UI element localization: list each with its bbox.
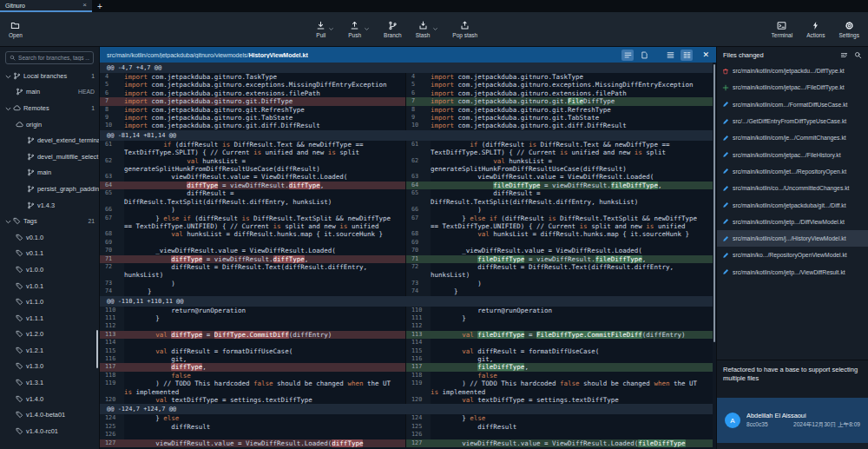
diff-scrollbar[interactable] [713, 63, 716, 449]
sidebar-item-tags[interactable]: Tags21 [0, 213, 99, 229]
pull-dropdown-chevron[interactable] [328, 26, 334, 32]
diff-line-69: 6969 [100, 239, 713, 247]
push-dropdown-chevron[interactable] [364, 26, 370, 32]
commit-author-card[interactable]: A Abdelilah El Aissaoui 8cc0c35 2024年12月… [717, 398, 868, 443]
terminal-button[interactable]: Terminal [772, 21, 793, 38]
sidebar-item-v1-4-0-beta01[interactable]: v1.4.0-beta01 [0, 406, 99, 423]
line-number: 71 [406, 255, 431, 263]
unified-view-toggle[interactable] [664, 50, 676, 61]
code-line: import com.jetpackduba.gitnuro.TaskType [124, 73, 405, 81]
plus-icon [722, 84, 729, 91]
sidebar-item-v1-4-3[interactable]: v1.4.3 [0, 197, 99, 214]
settings-button[interactable]: Settings [839, 21, 860, 38]
tab-close-icon[interactable]: × [82, 2, 87, 9]
sidebar-item-main[interactable]: mainHEAD [0, 84, 99, 101]
sidebar-item-local-branches[interactable]: Local branches1 [0, 68, 99, 84]
file-item[interactable]: src/main/kotlin/com/jetpackduba/git.../D… [717, 196, 868, 213]
sidebar-item-v1-4-0-rc01[interactable]: v1.4.0-rc01 [0, 423, 99, 439]
sidebar-item-persist-graph-paddin[interactable]: persist_graph_paddin [0, 181, 99, 197]
tag-icon [16, 330, 23, 338]
open-button[interactable]: Open [9, 21, 23, 38]
pop-stash-button[interactable]: Pop stash [452, 21, 477, 38]
item-count: 1 [91, 73, 95, 79]
pencil-icon [722, 268, 729, 275]
file-item[interactable]: src/main/kotlin/com/jet.../RepositoryOpe… [717, 163, 868, 180]
code-line [431, 339, 713, 347]
line-number: 69 [100, 239, 124, 247]
tab-title: Gitnuro [5, 3, 25, 9]
sidebar-item-v1-1-1[interactable]: v1.1.1 [0, 310, 99, 327]
file-item[interactable]: src/main/ko.../RepositoryOpenViewModel.k… [717, 247, 868, 263]
diff-scrollbar-thumb[interactable] [713, 64, 715, 342]
sidebar-item-v1-4-0[interactable]: v1.4.0 [0, 391, 99, 407]
line-number: 120 [100, 396, 124, 404]
file-item[interactable]: src/main/kotlin/com/jetp.../ViewDiffResu… [717, 264, 868, 281]
file-item[interactable]: src/.../GetDiffEntryFromDiffTypeUseCase.… [717, 113, 868, 129]
stash-dropdown-chevron[interactable] [432, 26, 438, 32]
sidebar-item-label: main [26, 88, 40, 96]
sidebar-item-v1-1-0[interactable]: v1.1.0 [0, 294, 99, 310]
file-item[interactable]: src/main/kotlin/com/jetpac.../FileDiffTy… [717, 79, 868, 96]
file-item[interactable]: src/main/kotlin/com/jetp.../DiffViewMode… [717, 214, 868, 230]
new-tab-button[interactable]: + [92, 0, 108, 12]
sidebar-item-devel-multifile-select[interactable]: devel_multifile_select [0, 149, 99, 165]
sidebar-item-v0-1-0[interactable]: v0.1.0 [0, 229, 99, 246]
diff-line-118: 118 false118 false [100, 372, 713, 380]
diff-line-115: 115 val diffResult = formatDiffUseCase(1… [100, 347, 713, 355]
diff-line-113: 113 val diffType = DiffType.CommitDiff(d… [100, 331, 713, 339]
sidebar-item-label: v1.4.0-beta01 [26, 411, 65, 419]
search-icon [854, 51, 862, 59]
hunk-header: @@ -110,11 +110,11 @@ [100, 296, 713, 307]
pull-button[interactable]: Pull [316, 21, 326, 38]
diff-format-icon [840, 51, 848, 59]
stash-button[interactable]: Stash [416, 21, 431, 38]
hunks-lines-toggle[interactable] [621, 50, 634, 61]
actions-button[interactable]: Actions [806, 21, 825, 38]
line-number: 6 [100, 89, 124, 97]
sidebar-item-v1-3-0[interactable]: v1.3.0 [0, 359, 99, 375]
file-item[interactable]: src/main/kotlin/com.../FormatDiffUseCase… [717, 96, 868, 113]
line-number: 119 [406, 380, 431, 396]
sidebar-item-devel-extend-termina[interactable]: devel_extend_termina [0, 132, 99, 149]
sidebar-item-origin[interactable]: origin [0, 116, 99, 133]
diff-line-66: 66 )66 ) [100, 206, 713, 214]
line-number: 72 [100, 263, 124, 280]
file-item[interactable]: src/main/kotlin/com/jetpackdu.../DiffTyp… [717, 63, 868, 79]
file-item[interactable]: src/main/kotlin/com/j.../HistoryViewMode… [717, 230, 868, 247]
sidebar-item-v1-2-0[interactable]: v1.2.0 [0, 327, 99, 343]
gear-icon [845, 21, 854, 30]
search-button[interactable] [854, 51, 862, 59]
branch-button[interactable]: Branch [384, 21, 402, 38]
close-diff-icon[interactable]: ✕ [702, 51, 709, 59]
file-item[interactable]: src/main/kotlin/com/je.../CommitChanges.… [717, 129, 868, 146]
sidebar-item-label: v1.4.3 [37, 201, 55, 209]
sidebar-scrollbar[interactable] [96, 330, 98, 368]
code-line: import com.jetpackduba.gitnuro.extension… [124, 89, 405, 97]
chevron-down-icon [364, 26, 370, 32]
push-button[interactable]: Push [348, 21, 361, 38]
sidebar-item-main[interactable]: main [0, 165, 99, 182]
sidebar-item-v1-3-1[interactable]: v1.3.1 [0, 374, 99, 391]
search-placeholder: Search for branches, tags ... [18, 55, 89, 61]
diff-line-6: 6import com.jetpackduba.gitnuro.extensio… [100, 89, 713, 97]
sidebar-item-v0-1-1[interactable]: v0.1.1 [0, 246, 99, 262]
repository-tab[interactable]: Gitnuro × [0, 0, 92, 12]
sidebar-item-remotes[interactable]: Remotes1 [0, 100, 99, 116]
code-line: false [431, 372, 713, 380]
pencil-icon [722, 168, 729, 175]
sidebar-item-v1-2-1[interactable]: v1.2.1 [0, 342, 99, 359]
sidebar-item-v1-0-0[interactable]: v1.0.0 [0, 261, 99, 278]
line-number: 4 [100, 73, 124, 81]
line-number: 5 [100, 81, 124, 89]
line-number: 9 [406, 114, 431, 122]
branch-icon [13, 72, 21, 80]
split-view-toggle[interactable] [681, 50, 693, 61]
head-badge: HEAD [78, 89, 95, 95]
diff-line-8: 8import com.jetpackduba.gitnuro.git.Refr… [100, 106, 713, 114]
file-item[interactable]: src/main/kotlin/com/jetpac.../FileHistor… [717, 146, 868, 162]
diff-format-button[interactable] [840, 51, 848, 59]
file-item[interactable]: src/main/kotlin/co.../UncommittedChanges… [717, 180, 868, 196]
document-toggle[interactable] [638, 50, 650, 61]
sidebar-item-v1-0-1[interactable]: v1.0.1 [0, 278, 99, 294]
search-input[interactable]: Search for branches, tags ... [5, 51, 94, 64]
